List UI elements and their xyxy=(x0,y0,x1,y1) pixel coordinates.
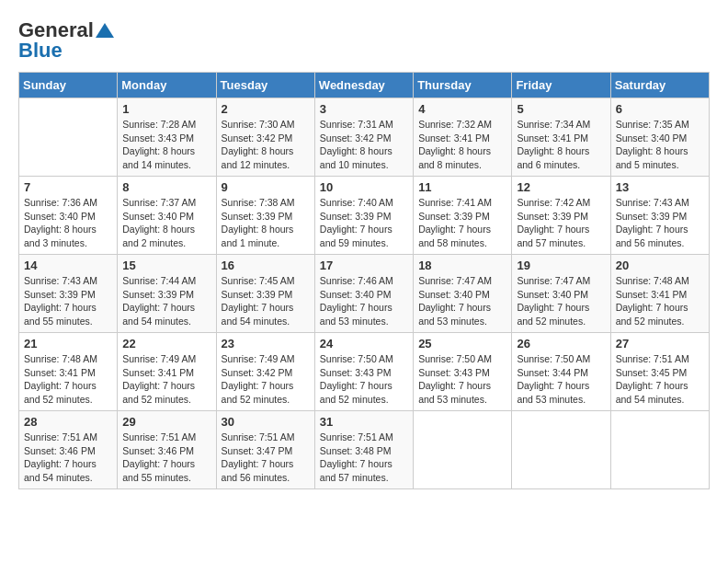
calendar-header: SundayMondayTuesdayWednesdayThursdayFrid… xyxy=(19,73,710,98)
day-number: 25 xyxy=(418,337,506,350)
day-number: 28 xyxy=(24,415,112,429)
calendar-cell: 13Sunrise: 7:43 AMSunset: 3:39 PMDayligh… xyxy=(610,177,709,255)
day-info: Sunrise: 7:51 AMSunset: 3:47 PMDaylight:… xyxy=(222,431,310,485)
day-number: 27 xyxy=(616,337,704,350)
day-number: 23 xyxy=(222,337,310,350)
calendar-cell: 25Sunrise: 7:50 AMSunset: 3:43 PMDayligh… xyxy=(414,333,512,411)
calendar-cell: 31Sunrise: 7:51 AMSunset: 3:48 PMDayligh… xyxy=(314,411,413,489)
calendar-cell xyxy=(19,98,118,177)
day-number: 13 xyxy=(616,180,704,194)
calendar-cell: 8Sunrise: 7:37 AMSunset: 3:40 PMDaylight… xyxy=(118,177,216,255)
calendar-cell: 4Sunrise: 7:32 AMSunset: 3:41 PMDaylight… xyxy=(414,98,512,177)
calendar-cell: 15Sunrise: 7:44 AMSunset: 3:39 PMDayligh… xyxy=(118,255,216,333)
day-info: Sunrise: 7:38 AMSunset: 3:39 PMDaylight:… xyxy=(222,196,310,250)
calendar-cell: 5Sunrise: 7:34 AMSunset: 3:41 PMDaylight… xyxy=(512,98,610,177)
day-info: Sunrise: 7:49 AMSunset: 3:41 PMDaylight:… xyxy=(122,352,210,407)
day-info: Sunrise: 7:40 AMSunset: 3:39 PMDaylight:… xyxy=(320,196,408,250)
day-info: Sunrise: 7:50 AMSunset: 3:43 PMDaylight:… xyxy=(418,352,506,407)
calendar-cell: 16Sunrise: 7:45 AMSunset: 3:39 PMDayligh… xyxy=(216,255,314,333)
day-number: 24 xyxy=(320,337,408,350)
calendar-cell xyxy=(512,411,610,489)
page-header: General Blue xyxy=(18,18,710,63)
calendar-cell: 14Sunrise: 7:43 AMSunset: 3:39 PMDayligh… xyxy=(19,255,118,333)
day-info: Sunrise: 7:37 AMSunset: 3:40 PMDaylight:… xyxy=(122,196,210,250)
day-info: Sunrise: 7:34 AMSunset: 3:41 PMDaylight:… xyxy=(517,118,605,172)
day-number: 22 xyxy=(122,337,210,350)
calendar-cell: 7Sunrise: 7:36 AMSunset: 3:40 PMDaylight… xyxy=(19,177,118,255)
header-day-monday: Monday xyxy=(118,73,216,98)
day-number: 19 xyxy=(517,259,605,272)
logo: General Blue xyxy=(18,18,116,63)
day-number: 1 xyxy=(122,102,210,116)
header-day-saturday: Saturday xyxy=(610,73,709,98)
day-number: 14 xyxy=(24,259,112,272)
day-number: 9 xyxy=(222,180,310,194)
day-info: Sunrise: 7:35 AMSunset: 3:40 PMDaylight:… xyxy=(616,118,704,172)
calendar-cell xyxy=(414,411,512,489)
day-info: Sunrise: 7:51 AMSunset: 3:46 PMDaylight:… xyxy=(122,431,210,485)
calendar-cell: 10Sunrise: 7:40 AMSunset: 3:39 PMDayligh… xyxy=(314,177,413,255)
calendar-cell: 28Sunrise: 7:51 AMSunset: 3:46 PMDayligh… xyxy=(19,411,118,489)
day-number: 21 xyxy=(24,337,112,350)
calendar-cell: 12Sunrise: 7:42 AMSunset: 3:39 PMDayligh… xyxy=(512,177,610,255)
day-number: 31 xyxy=(320,415,408,429)
day-info: Sunrise: 7:48 AMSunset: 3:41 PMDaylight:… xyxy=(616,274,704,328)
header-day-thursday: Thursday xyxy=(414,73,512,98)
header-day-sunday: Sunday xyxy=(19,73,118,98)
calendar-cell: 17Sunrise: 7:46 AMSunset: 3:40 PMDayligh… xyxy=(314,255,413,333)
calendar-week-3: 14Sunrise: 7:43 AMSunset: 3:39 PMDayligh… xyxy=(19,255,710,333)
calendar-week-4: 21Sunrise: 7:48 AMSunset: 3:41 PMDayligh… xyxy=(19,333,710,411)
day-number: 5 xyxy=(517,102,605,116)
svg-marker-0 xyxy=(96,23,114,38)
day-info: Sunrise: 7:45 AMSunset: 3:39 PMDaylight:… xyxy=(222,274,310,328)
day-number: 29 xyxy=(122,415,210,429)
calendar-week-5: 28Sunrise: 7:51 AMSunset: 3:46 PMDayligh… xyxy=(19,411,710,489)
calendar-week-2: 7Sunrise: 7:36 AMSunset: 3:40 PMDaylight… xyxy=(19,177,710,255)
calendar-cell: 27Sunrise: 7:51 AMSunset: 3:45 PMDayligh… xyxy=(610,333,709,411)
day-info: Sunrise: 7:44 AMSunset: 3:39 PMDaylight:… xyxy=(122,274,210,328)
day-number: 26 xyxy=(517,337,605,350)
day-number: 30 xyxy=(222,415,310,429)
day-info: Sunrise: 7:51 AMSunset: 3:45 PMDaylight:… xyxy=(616,352,704,407)
day-info: Sunrise: 7:47 AMSunset: 3:40 PMDaylight:… xyxy=(418,274,506,328)
header-day-wednesday: Wednesday xyxy=(314,73,413,98)
day-info: Sunrise: 7:47 AMSunset: 3:40 PMDaylight:… xyxy=(517,274,605,328)
day-info: Sunrise: 7:48 AMSunset: 3:41 PMDaylight:… xyxy=(24,352,112,407)
calendar-week-1: 1Sunrise: 7:28 AMSunset: 3:43 PMDaylight… xyxy=(19,98,710,177)
logo-triangle-icon xyxy=(95,20,115,40)
day-number: 20 xyxy=(616,259,704,272)
day-number: 6 xyxy=(616,102,704,116)
header-row: SundayMondayTuesdayWednesdayThursdayFrid… xyxy=(19,73,710,98)
calendar-cell: 24Sunrise: 7:50 AMSunset: 3:43 PMDayligh… xyxy=(314,333,413,411)
day-number: 7 xyxy=(24,180,112,194)
day-info: Sunrise: 7:30 AMSunset: 3:42 PMDaylight:… xyxy=(222,118,310,172)
calendar-cell: 19Sunrise: 7:47 AMSunset: 3:40 PMDayligh… xyxy=(512,255,610,333)
day-number: 16 xyxy=(222,259,310,272)
calendar-body: 1Sunrise: 7:28 AMSunset: 3:43 PMDaylight… xyxy=(19,98,710,489)
day-number: 15 xyxy=(122,259,210,272)
day-number: 11 xyxy=(418,180,506,194)
day-info: Sunrise: 7:42 AMSunset: 3:39 PMDaylight:… xyxy=(517,196,605,250)
day-number: 18 xyxy=(418,259,506,272)
calendar-cell: 11Sunrise: 7:41 AMSunset: 3:39 PMDayligh… xyxy=(414,177,512,255)
day-number: 12 xyxy=(517,180,605,194)
calendar-cell: 20Sunrise: 7:48 AMSunset: 3:41 PMDayligh… xyxy=(610,255,709,333)
day-info: Sunrise: 7:28 AMSunset: 3:43 PMDaylight:… xyxy=(122,118,210,172)
day-info: Sunrise: 7:51 AMSunset: 3:46 PMDaylight:… xyxy=(24,431,112,485)
calendar-cell: 23Sunrise: 7:49 AMSunset: 3:42 PMDayligh… xyxy=(216,333,314,411)
day-number: 8 xyxy=(122,180,210,194)
day-info: Sunrise: 7:46 AMSunset: 3:40 PMDaylight:… xyxy=(320,274,408,328)
calendar-cell: 3Sunrise: 7:31 AMSunset: 3:42 PMDaylight… xyxy=(314,98,413,177)
day-info: Sunrise: 7:49 AMSunset: 3:42 PMDaylight:… xyxy=(222,352,310,407)
calendar-table: SundayMondayTuesdayWednesdayThursdayFrid… xyxy=(18,72,710,489)
calendar-cell: 30Sunrise: 7:51 AMSunset: 3:47 PMDayligh… xyxy=(216,411,314,489)
calendar-cell: 1Sunrise: 7:28 AMSunset: 3:43 PMDaylight… xyxy=(118,98,216,177)
calendar-cell: 18Sunrise: 7:47 AMSunset: 3:40 PMDayligh… xyxy=(414,255,512,333)
day-info: Sunrise: 7:31 AMSunset: 3:42 PMDaylight:… xyxy=(320,118,408,172)
day-info: Sunrise: 7:43 AMSunset: 3:39 PMDaylight:… xyxy=(24,274,112,328)
calendar-cell: 2Sunrise: 7:30 AMSunset: 3:42 PMDaylight… xyxy=(216,98,314,177)
day-number: 4 xyxy=(418,102,506,116)
day-info: Sunrise: 7:51 AMSunset: 3:48 PMDaylight:… xyxy=(320,431,408,485)
day-info: Sunrise: 7:50 AMSunset: 3:43 PMDaylight:… xyxy=(320,352,408,407)
calendar-cell: 6Sunrise: 7:35 AMSunset: 3:40 PMDaylight… xyxy=(610,98,709,177)
